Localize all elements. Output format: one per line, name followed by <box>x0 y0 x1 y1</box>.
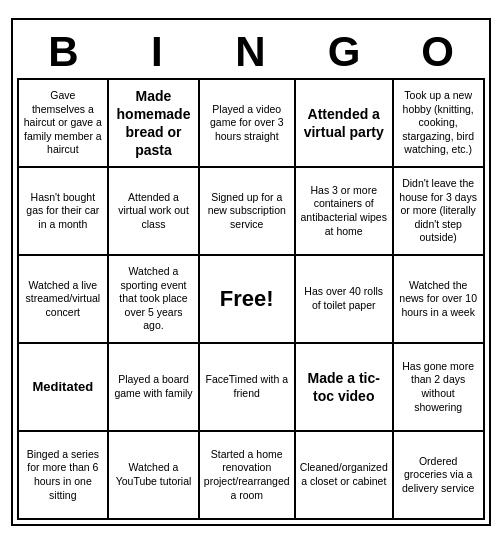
bingo-cell-r3c1[interactable]: Played a board game with family <box>109 344 200 432</box>
bingo-cell-r4c2[interactable]: Started a home renovation project/rearra… <box>200 432 296 520</box>
bingo-cell-r0c1[interactable]: Made homemade bread or pasta <box>109 80 200 168</box>
bingo-cell-r0c4[interactable]: Took up a new hobby (knitting, cooking, … <box>394 80 485 168</box>
bingo-cell-r4c1[interactable]: Watched a YouTube tutorial <box>109 432 200 520</box>
bingo-cell-r0c3[interactable]: Attended a virtual party <box>296 80 394 168</box>
bingo-cell-r4c3[interactable]: Cleaned/organized a closet or cabinet <box>296 432 394 520</box>
bingo-letter-o: O <box>394 28 482 76</box>
bingo-cell-r2c4[interactable]: Watched the news for over 10 hours in a … <box>394 256 485 344</box>
bingo-cell-r2c1[interactable]: Watched a sporting event that took place… <box>109 256 200 344</box>
bingo-cell-r3c0[interactable]: Meditated <box>19 344 110 432</box>
bingo-grid: Gave themselves a haircut or gave a fami… <box>17 78 485 520</box>
bingo-cell-r1c0[interactable]: Hasn't bought gas for their car in a mon… <box>19 168 110 256</box>
bingo-cell-r1c3[interactable]: Has 3 or more containers of antibacteria… <box>296 168 394 256</box>
bingo-cell-r2c2[interactable]: Free! <box>200 256 296 344</box>
bingo-cell-r3c4[interactable]: Has gone more than 2 days without shower… <box>394 344 485 432</box>
bingo-cell-r0c2[interactable]: Played a video game for over 3 hours str… <box>200 80 296 168</box>
bingo-letter-i: I <box>113 28 201 76</box>
bingo-letter-n: N <box>206 28 294 76</box>
bingo-cell-r2c0[interactable]: Watched a live streamed/virtual concert <box>19 256 110 344</box>
bingo-cell-r4c4[interactable]: Ordered groceries via a delivery service <box>394 432 485 520</box>
bingo-cell-r1c1[interactable]: Attended a virtual work out class <box>109 168 200 256</box>
bingo-cell-r4c0[interactable]: Binged a series for more than 6 hours in… <box>19 432 110 520</box>
bingo-cell-r2c3[interactable]: Has over 40 rolls of toilet paper <box>296 256 394 344</box>
bingo-cell-r3c3[interactable]: Made a tic-toc video <box>296 344 394 432</box>
bingo-letter-g: G <box>300 28 388 76</box>
bingo-header: BINGO <box>17 24 485 78</box>
bingo-cell-r1c2[interactable]: Signed up for a new subscription service <box>200 168 296 256</box>
bingo-cell-r1c4[interactable]: Didn't leave the house for 3 days or mor… <box>394 168 485 256</box>
bingo-cell-r3c2[interactable]: FaceTimed with a friend <box>200 344 296 432</box>
bingo-letter-b: B <box>19 28 107 76</box>
bingo-cell-r0c0[interactable]: Gave themselves a haircut or gave a fami… <box>19 80 110 168</box>
bingo-card: BINGO Gave themselves a haircut or gave … <box>11 18 491 526</box>
